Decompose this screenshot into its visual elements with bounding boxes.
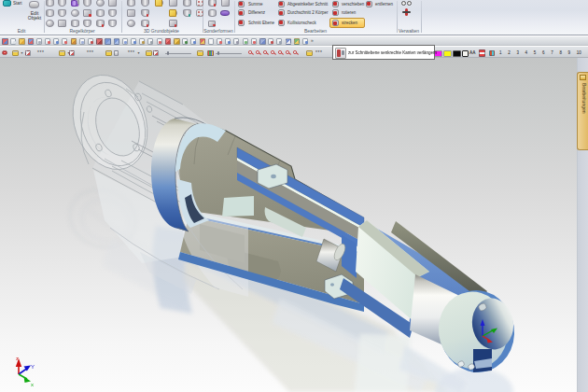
svg-text:x: x: [31, 382, 34, 387]
svg-text:z: z: [16, 356, 19, 361]
svg-text:Y: Y: [31, 364, 35, 370]
